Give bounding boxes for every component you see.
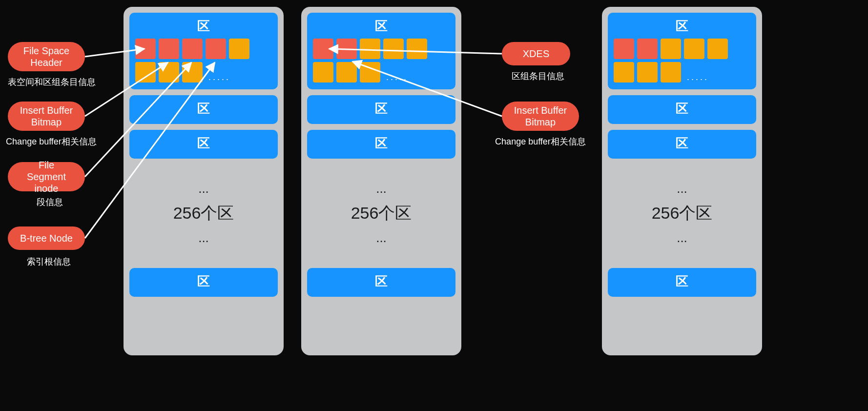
zone-first: 区 .....: [608, 13, 756, 89]
desc-xdes: 区组条目信息: [509, 70, 567, 82]
zone-title: 区: [313, 18, 450, 35]
zone: 区: [129, 95, 278, 124]
zone: 区: [608, 95, 756, 124]
page-cell: [313, 39, 333, 59]
pill-label: Insert BufferBitmap: [514, 104, 567, 128]
pill-file-space-header: File SpaceHeader: [8, 42, 85, 71]
pill-label: B-tree Node: [20, 232, 73, 244]
pill-label: File Segmentinode: [19, 159, 74, 194]
zone: 区: [608, 130, 756, 159]
ellipsis: ...: [198, 181, 209, 196]
zone-title: 区: [135, 18, 272, 35]
zone-title: 区: [313, 135, 450, 152]
pill-file-segment-inode: File Segmentinode: [8, 162, 85, 191]
ellipsis: .....: [386, 62, 408, 82]
ellipsis: ...: [677, 181, 687, 196]
page-cell: [336, 39, 357, 59]
zone-last: 区: [129, 268, 278, 297]
zone: 区: [129, 130, 278, 159]
zone-title: 区: [614, 100, 750, 117]
page-cell: [407, 39, 427, 59]
pill-xdes: XDES: [502, 42, 570, 65]
page-cell: [684, 39, 704, 59]
zone-title: 区: [135, 273, 272, 290]
zone-first: 区 .....: [307, 13, 455, 89]
pill-label: Insert BufferBitmap: [20, 104, 73, 128]
page-cell: [614, 39, 634, 59]
zone-group-2: 区 ..... 区 区 ... 256个区 ... 区: [301, 7, 461, 355]
zone-cells: .....: [135, 39, 272, 82]
page-cell: [707, 39, 728, 59]
zone-title: 区: [614, 18, 750, 35]
desc-ibb: Change buffer相关信息: [0, 136, 103, 147]
pill-insert-buffer-bitmap-2: Insert BufferBitmap: [502, 102, 579, 131]
ellipsis: ...: [677, 230, 687, 246]
gap-text: 256个区: [652, 202, 713, 225]
page-cell: [159, 39, 179, 59]
page-cell: [135, 39, 156, 59]
page-cell: [360, 62, 380, 82]
pill-insert-buffer-bitmap: Insert BufferBitmap: [8, 102, 85, 131]
page-cell: [206, 39, 226, 59]
pill-btree-node: B-tree Node: [8, 226, 85, 250]
ellipsis: .....: [208, 62, 230, 82]
zone-title: 区: [313, 100, 450, 117]
page-cell: [661, 62, 681, 82]
pill-label: File SpaceHeader: [23, 45, 70, 68]
page-cell: [661, 39, 681, 59]
zone-first: 区 .....: [129, 13, 278, 89]
page-cell: [313, 62, 333, 82]
desc-fsi: 段信息: [25, 196, 74, 208]
ellipsis: ...: [376, 181, 387, 196]
desc-ibb2: Change buffer相关信息: [489, 136, 592, 147]
page-cell: [383, 39, 404, 59]
zone-gap: ... 256个区 ...: [608, 164, 756, 262]
zone: 区: [307, 95, 455, 124]
page-cell: [360, 39, 380, 59]
zone: 区: [307, 130, 455, 159]
page-cell: [135, 62, 156, 82]
zone-group-3: 区 ..... 区 区 ... 256个区 ... 区: [602, 7, 762, 355]
page-cell: [229, 39, 249, 59]
page-cell: [159, 62, 179, 82]
gap-text: 256个区: [351, 202, 412, 225]
page-cell: [182, 39, 203, 59]
zone-title: 区: [135, 135, 272, 152]
zone-last: 区: [608, 268, 756, 297]
zone-cells: .....: [313, 39, 450, 82]
desc-fsh: 表空间和区组条目信息: [8, 76, 96, 88]
gap-text: 256个区: [173, 202, 234, 225]
ellipsis: .....: [687, 62, 709, 82]
page-cell: [637, 62, 658, 82]
ellipsis: ...: [198, 230, 209, 246]
zone-title: 区: [135, 100, 272, 117]
page-cell: [614, 62, 634, 82]
zone-title: 区: [313, 273, 450, 290]
zone-last: 区: [307, 268, 455, 297]
desc-btn: 索引根信息: [20, 256, 78, 267]
page-cell: [336, 62, 357, 82]
zone-group-1: 区 ..... 区 区 ... 256个区 ... 区: [124, 7, 284, 355]
ellipsis: ...: [376, 230, 387, 246]
page-cell: [637, 39, 658, 59]
zone-title: 区: [614, 273, 750, 290]
pill-label: XDES: [523, 48, 549, 60]
zone-cells: .....: [614, 39, 750, 82]
zone-gap: ... 256个区 ...: [129, 164, 278, 262]
page-cell: [182, 62, 203, 82]
zone-title: 区: [614, 135, 750, 152]
zone-gap: ... 256个区 ...: [307, 164, 455, 262]
